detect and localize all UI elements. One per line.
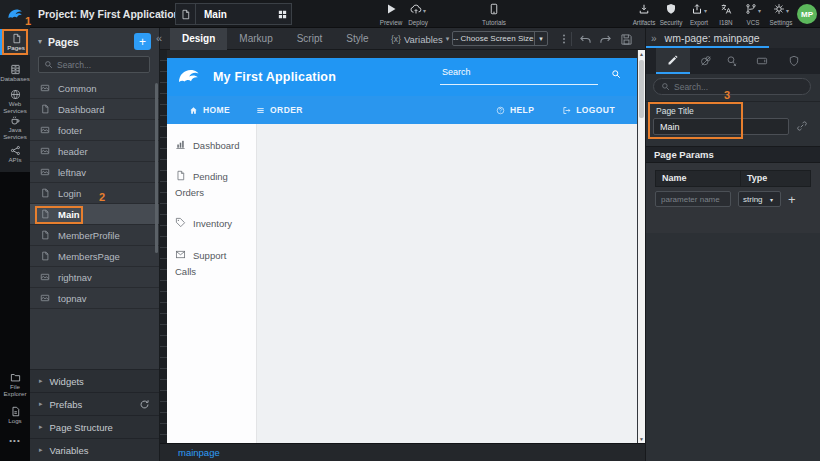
page-list-item[interactable]: Login	[30, 183, 159, 204]
tab-markup[interactable]: Markup	[227, 28, 284, 50]
tutorials-button[interactable]: Tutorials	[476, 3, 512, 26]
partial-icon	[40, 293, 50, 303]
cloud-upload-icon	[410, 3, 422, 15]
screen-size-select[interactable]: -- Choose Screen Size -- ▾	[452, 31, 548, 46]
page-list-item[interactable]: Dashboard	[30, 99, 159, 120]
vertical-ruler	[160, 50, 167, 443]
tab-events[interactable]	[718, 48, 746, 74]
page-item-label: MemberProfile	[58, 230, 120, 241]
caret-down-icon[interactable]: ▾	[38, 37, 42, 46]
scroll-up-icon[interactable]: ▲	[638, 51, 645, 57]
page-item-label: Main	[58, 209, 80, 220]
rail-item-logs[interactable]: Logs	[0, 402, 30, 428]
tab-device[interactable]	[748, 48, 776, 74]
page-list-item[interactable]: MemberProfile	[30, 225, 159, 246]
param-type-select[interactable]: string ▾	[738, 191, 781, 207]
wavemaker-studio: Project: My First Application › Main Pre…	[0, 0, 820, 461]
shield-outline-icon	[788, 55, 800, 67]
more-options-icon[interactable]	[558, 32, 570, 46]
menu-item-dashboard[interactable]: Dashboard	[175, 138, 248, 154]
panel-scrollbar[interactable]	[155, 83, 158, 253]
settings-button[interactable]: ▾ Settings	[763, 3, 799, 26]
caret-down-icon: ▾	[534, 32, 547, 45]
param-type-value: string	[739, 195, 770, 204]
nav-logout[interactable]: LOGOUT	[562, 105, 615, 115]
nav-order[interactable]: ORDER	[256, 105, 303, 115]
collapse-panel-icon[interactable]: «	[156, 32, 162, 44]
tab-properties[interactable]	[656, 48, 690, 74]
app-content-area[interactable]	[257, 124, 637, 443]
app-logo[interactable]	[0, 0, 30, 28]
undo-icon[interactable]	[579, 32, 592, 46]
rail-item-more[interactable]: •••	[0, 434, 30, 448]
canvas-scrollbar[interactable]: ▲ ▼	[637, 50, 645, 443]
caret-down-icon: ▾	[423, 7, 426, 14]
page-list-item[interactable]: topnav	[30, 288, 159, 309]
rail-item-apis[interactable]: APIs	[0, 141, 30, 168]
add-page-button[interactable]: +	[134, 33, 151, 50]
device-icon	[756, 55, 768, 67]
user-avatar[interactable]: MP	[797, 4, 817, 24]
app-preview[interactable]: My First Application Search HOME ORDER H…	[167, 58, 637, 443]
nav-order-label: ORDER	[270, 105, 303, 115]
inspector-search-input[interactable]	[674, 82, 803, 92]
page-list-item[interactable]: MembersPage	[30, 246, 159, 267]
section-variables[interactable]: ▸ Variables	[30, 438, 159, 461]
page-list-item-selected[interactable]: Main	[30, 204, 159, 225]
page-list-item[interactable]: header	[30, 141, 159, 162]
variables-dropdown[interactable]: {x} Variables ▾	[391, 28, 449, 50]
section-page-structure[interactable]: ▸ Page Structure	[30, 415, 159, 438]
artifacts-label: Artifacts	[633, 19, 656, 26]
section-prefabs[interactable]: ▸ Prefabs	[30, 392, 159, 415]
menu-item-pending-orders[interactable]: Pending Orders	[175, 169, 248, 201]
bind-link-icon[interactable]	[796, 120, 808, 132]
param-name-input[interactable]	[655, 191, 731, 207]
page-list-item[interactable]: leftnav	[30, 162, 159, 183]
page-item-label: MembersPage	[58, 251, 120, 262]
open-page-tab[interactable]: Main	[175, 3, 292, 25]
redo-icon[interactable]	[599, 32, 612, 46]
nav-home[interactable]: HOME	[189, 105, 230, 115]
section-widgets[interactable]: ▸ Widgets	[30, 369, 159, 392]
pages-panel-header: ▾ Pages +	[30, 28, 159, 55]
grid-icon	[277, 9, 288, 20]
app-search-input[interactable]: Search	[440, 65, 598, 85]
page-list-item[interactable]: Common	[30, 78, 159, 99]
rail-item-pages[interactable]: Pages	[0, 29, 30, 55]
page-list-item[interactable]: rightnav	[30, 267, 159, 288]
menu-item-support-calls[interactable]: Support Calls	[175, 248, 248, 280]
pages-icon	[11, 33, 22, 44]
tab-design[interactable]: Design	[170, 28, 227, 50]
page-title-input[interactable]	[653, 118, 789, 135]
page-list-item[interactable]: footer	[30, 120, 159, 141]
download-icon	[638, 3, 650, 15]
rail-item-databases[interactable]: Databases	[0, 60, 30, 86]
tab-security[interactable]	[780, 48, 808, 74]
rail-item-web-services[interactable]: Web Services	[0, 88, 30, 116]
rail-file-explorer-label: File Explorer	[0, 384, 30, 398]
app-preview-header: My First Application Search	[167, 58, 637, 96]
scroll-down-icon[interactable]: ▼	[638, 436, 645, 442]
bottom-page-tab[interactable]: mainpage	[178, 444, 220, 461]
tab-style[interactable]: Style	[334, 28, 380, 50]
rail-item-file-explorer[interactable]: File Explorer	[0, 371, 30, 399]
params-header-row: Name Type	[655, 170, 811, 187]
save-icon[interactable]	[620, 32, 633, 46]
add-param-button[interactable]: +	[788, 192, 796, 207]
nav-help[interactable]: HELP	[496, 105, 534, 115]
pages-search-input[interactable]	[57, 60, 144, 70]
translate-icon	[720, 3, 732, 15]
refresh-icon[interactable]	[139, 399, 150, 410]
menu-item-inventory[interactable]: Inventory	[175, 216, 248, 232]
canvas-bottom-bar: mainpage	[160, 443, 645, 461]
more-dots-icon: •••	[9, 437, 20, 446]
expand-panel-icon[interactable]: »	[651, 33, 657, 44]
deploy-button[interactable]: ▾ Deploy	[400, 3, 436, 26]
tab-script[interactable]: Script	[285, 28, 335, 50]
app-logo-icon	[177, 65, 201, 89]
project-name: Project: My First Application	[38, 0, 180, 28]
tab-styles[interactable]	[692, 48, 720, 74]
search-icon[interactable]	[611, 69, 621, 79]
scrollbar-thumb[interactable]	[639, 60, 644, 118]
rail-item-java-services[interactable]: Java Services	[0, 113, 30, 143]
